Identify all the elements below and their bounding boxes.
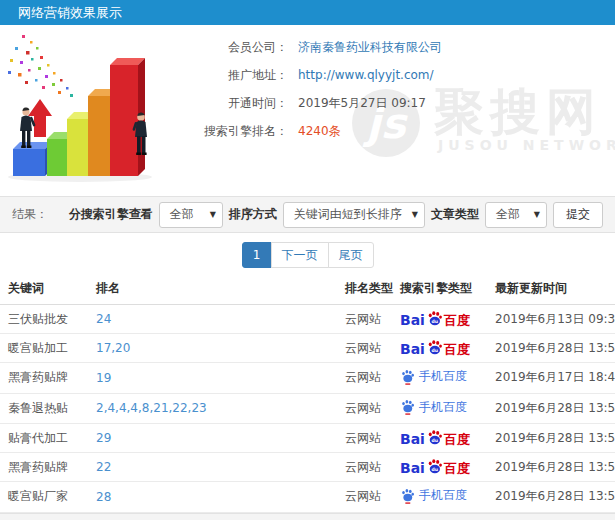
dropdown-arrow-icon: ▼ [412,210,418,219]
article-type-label: 文章类型 [431,206,479,223]
col-rank: 排名 [88,274,337,305]
updated-cell: 2019年6月28日 13:53 [487,424,615,453]
col-engine-type: 搜索引擎类型 [392,274,487,305]
svg-text:du: du [431,348,438,353]
rank-type-cell: 云网站 [337,363,392,394]
rank-link[interactable]: 2,4,4,4,8,21,22,23 [88,393,337,424]
footer-strip [0,513,615,520]
info-row-open-time: 开通时间： 2019年5月27日 09:17 [168,89,442,117]
mobile-baidu-label: 手机百度 [419,487,467,504]
col-keyword: 关键词 [0,274,88,305]
company-info: 会员公司： 济南秦鲁药业科技有限公司 推广地址： http://www.qlyy… [168,33,442,145]
rank-type-cell: 云网站 [337,424,392,453]
watermark-name: 聚搜网 [434,79,602,146]
table-row: 秦鲁退热贴 2,4,4,4,8,21,22,23 云网站 Bai du 百度 [0,393,615,424]
col-updated: 最新更新时间 [487,274,615,305]
keyword-cell: 秦鲁退热贴 [0,393,88,424]
updated-cell: 2019年6月13日 09:31 [487,305,615,334]
bar-blue [13,142,52,176]
baidu-logo: Bai du 百度 [400,310,470,327]
baidu-logo-text-bai: Bai [400,342,425,356]
rank-link[interactable]: 17,20 [88,334,337,363]
table-row: 三伏贴批发 24 云网站 Bai du 百度 [0,305,615,334]
keyword-cell: 暖宫贴加工 [0,334,88,363]
baidu-logo: Bai du 百度 [400,339,470,356]
open-time-label: 开通时间： [168,95,288,112]
last-page-button[interactable]: 尾页 [328,242,374,268]
promo-url-link[interactable]: http://www.qlyyjt.com/ [298,68,434,82]
results-label: 结果： [12,206,48,223]
mobile-baidu-logo: 手机百度 [400,368,467,385]
company-link[interactable]: 济南秦鲁药业科技有限公司 [298,39,442,56]
page-1-button[interactable]: 1 [242,242,272,268]
mobile-baidu-label: 手机百度 [419,368,467,385]
sort-label: 排序方式 [229,206,277,223]
rank-link[interactable]: 29 [88,424,337,453]
filter-group: 分搜索引擎查看 全部 ▼ 排序方式 关键词由短到长排序 ▼ 文章类型 全部 ▼ … [69,202,603,228]
updated-cell: 2019年6月28日 13:56 [487,482,615,513]
updated-cell: 2019年6月28日 13:54 [487,393,615,424]
svg-text:du: du [431,319,438,324]
engine-cell: Bai du 百度 [392,305,487,334]
next-page-button[interactable]: 下一页 [271,242,329,268]
table-row: 黑膏药贴牌 22 云网站 Bai du 百度 [0,453,615,482]
engine-cell: Bai du 百度 [392,393,487,424]
dropdown-arrow-icon: ▼ [534,210,540,219]
engine-view-label: 分搜索引擎查看 [69,206,153,223]
mobile-baidu-paw-icon [400,369,415,385]
dropdown-arrow-icon: ▼ [210,210,216,219]
baidu-paw-icon: du [426,458,443,475]
rank-type-cell: 云网站 [337,453,392,482]
info-section: js 聚搜网 JUSOU NETWORK 会员公司： 济南秦鲁药业科技有限公司 … [0,25,615,196]
baidu-logo-text-cn: 百度 [444,314,470,327]
open-time-value: 2019年5月27日 09:17 [298,95,426,112]
info-row-url: 推广地址： http://www.qlyyjt.com/ [168,61,442,89]
engine-cell: Bai du 百度 [392,424,487,453]
mobile-baidu-logo: 手机百度 [400,399,467,416]
promo-url-label: 推广地址： [168,67,288,84]
article-type-select[interactable]: 全部 ▼ [485,202,547,228]
rank-type-cell: 云网站 [337,482,392,513]
engine-view-select[interactable]: 全部 ▼ [159,202,223,228]
table-row: 暖宫贴厂家 28 云网站 Bai du 百度 [0,482,615,513]
baidu-paw-icon: du [426,310,443,327]
info-row-company: 会员公司： 济南秦鲁药业科技有限公司 [168,33,442,61]
sort-selected: 关键词由短到长排序 [294,206,402,223]
updated-cell: 2019年6月17日 18:45 [487,363,615,394]
rank-type-cell: 云网站 [337,393,392,424]
page-header: 网络营销效果展示 [0,0,615,25]
engine-cell: Bai du 百度 [392,363,487,394]
rank-count-label: 搜索引擎排名： [168,123,288,140]
info-row-rank-count: 搜索引擎排名： 4240条 [168,117,442,145]
baidu-logo-text-bai: Bai [400,432,425,446]
baidu-paw-icon: du [426,339,443,356]
baidu-logo-text-bai: Bai [400,461,425,475]
engine-cell: Bai du 百度 [392,453,487,482]
growth-chart-illustration [0,31,170,183]
col-rank-type: 排名类型 [337,274,392,305]
engine-cell: Bai du 百度 [392,482,487,513]
rank-link[interactable]: 22 [88,453,337,482]
keyword-cell: 贴膏代加工 [0,424,88,453]
baidu-paw-icon: du [426,429,443,446]
keyword-ranking-table: 关键词 排名 排名类型 搜索引擎类型 最新更新时间 三伏贴批发 24 云网站 B… [0,274,615,520]
svg-text:du: du [431,467,438,472]
baidu-logo-text-bai: Bai [400,313,425,327]
watermark-subtitle: JUSOU NETWORK [438,137,615,153]
baidu-logo-text-cn: 百度 [444,462,470,475]
rank-link[interactable]: 28 [88,482,337,513]
rank-type-cell: 云网站 [337,334,392,363]
mobile-baidu-paw-icon [400,399,415,415]
rank-link[interactable]: 19 [88,363,337,394]
rank-link[interactable]: 24 [88,305,337,334]
baidu-logo: Bai du 百度 [400,458,470,475]
updated-cell: 2019年6月28日 13:53 [487,334,615,363]
mobile-baidu-paw-icon [400,488,415,504]
sort-select[interactable]: 关键词由短到长排序 ▼ [283,202,425,228]
submit-button[interactable]: 提交 [553,202,603,228]
results-filter-bar: 结果： 分搜索引擎查看 全部 ▼ 排序方式 关键词由短到长排序 ▼ 文章类型 全… [0,196,615,233]
table-row: 暖宫贴加工 17,20 云网站 Bai du 百度 [0,334,615,363]
article-type-selected: 全部 [496,206,520,223]
rank-count-value: 4240条 [298,123,341,140]
keyword-cell: 黑膏药贴牌 [0,363,88,394]
